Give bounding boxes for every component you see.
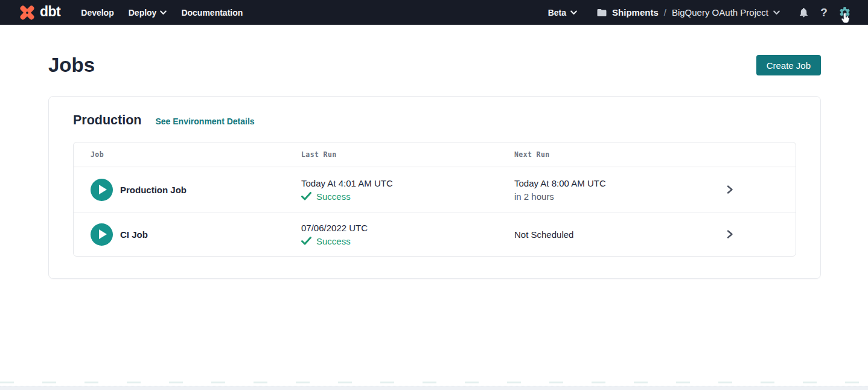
main-content: Jobs Create Job Production See Environme… (0, 54, 868, 279)
job-name: CI Job (120, 229, 148, 240)
page-title: Jobs (48, 54, 95, 76)
play-icon (99, 185, 107, 194)
job-name: Production Job (120, 185, 187, 195)
next-run-time: Today At 8:00 AM UTC (514, 177, 664, 189)
bottom-edge-bar (0, 386, 868, 390)
next-run-cell: Today At 8:00 AM UTC in 2 hours (514, 177, 664, 202)
nav-item-label: Deploy (129, 8, 157, 18)
chevron-right-icon[interactable] (726, 229, 734, 239)
settings-button[interactable] (837, 5, 852, 21)
column-header-next-run: Next Run (514, 150, 664, 159)
column-header-job: Job (74, 150, 301, 159)
nav-item-deploy[interactable]: Deploy (129, 8, 167, 18)
breadcrumb-project-label: BigQuery OAuth Project (672, 7, 768, 18)
status-text: Success (316, 235, 351, 247)
beta-dropdown[interactable]: Beta (548, 8, 577, 18)
check-icon (301, 237, 311, 245)
nav-item-develop[interactable]: Develop (81, 8, 113, 18)
status-text: Success (316, 191, 351, 202)
last-run-status: Success (301, 191, 514, 202)
run-job-button[interactable] (91, 179, 113, 201)
job-cell: Production Job (74, 179, 301, 201)
brand-text: dbt (40, 5, 60, 21)
create-job-button[interactable]: Create Job (756, 55, 821, 75)
breadcrumb-separator: / (664, 7, 666, 18)
top-navbar: dbt Develop Deploy Documentation Beta Sh… (0, 0, 868, 25)
chevron-right-icon[interactable] (726, 185, 734, 194)
last-run-time: 07/06/2022 UTC (301, 222, 514, 234)
breadcrumb-project-dropdown[interactable]: BigQuery OAuth Project (672, 7, 780, 18)
beta-label: Beta (548, 8, 566, 18)
last-run-cell: 07/06/2022 UTC Success (301, 222, 514, 247)
job-row-production-job[interactable]: Production Job Today At 4:01 AM UTC Succ… (74, 167, 796, 212)
notifications-button[interactable] (796, 5, 811, 21)
job-cell: CI Job (74, 223, 301, 246)
environment-header: Production See Environment Details (73, 113, 796, 128)
chevron-down-icon (773, 10, 780, 15)
nav-item-label: Develop (81, 8, 113, 18)
jobs-table: Job Last Run Next Run Production Job Tod… (73, 142, 796, 257)
jobs-table-header: Job Last Run Next Run (74, 142, 796, 167)
breadcrumb: Shipments / BigQuery OAuth Project (596, 7, 780, 18)
question-mark-icon: ? (820, 7, 828, 18)
bottom-dashed-divider (0, 382, 868, 383)
navbar-right: Beta Shipments / BigQuery OAuth Project (548, 5, 852, 21)
last-run-cell: Today At 4:01 AM UTC Success (301, 177, 514, 202)
environment-card: Production See Environment Details Job L… (48, 96, 821, 279)
last-run-time: Today At 4:01 AM UTC (301, 177, 514, 189)
nav-item-label: Documentation (181, 8, 243, 18)
breadcrumb-account[interactable]: Shipments (612, 7, 659, 18)
page-header: Jobs Create Job (0, 54, 868, 76)
check-icon (301, 192, 311, 200)
environment-name: Production (73, 113, 141, 128)
primary-nav: Develop Deploy Documentation (81, 8, 243, 18)
row-actions-cell (664, 229, 796, 239)
folder-icon (596, 7, 607, 18)
gear-icon (838, 6, 851, 19)
next-run-time: Not Scheduled (514, 229, 664, 240)
bell-icon (798, 7, 809, 18)
chevron-down-icon (160, 10, 167, 15)
dbt-logo-icon (18, 4, 36, 22)
help-button[interactable]: ? (816, 5, 832, 21)
column-header-last-run: Last Run (301, 150, 514, 159)
next-run-cell: Not Scheduled (514, 229, 664, 240)
run-job-button[interactable] (91, 223, 113, 246)
row-actions-cell (664, 185, 796, 194)
job-row-ci-job[interactable]: CI Job 07/06/2022 UTC Success Not Schedu… (74, 212, 796, 256)
nav-item-documentation[interactable]: Documentation (181, 8, 243, 18)
see-environment-details-link[interactable]: See Environment Details (155, 117, 254, 126)
last-run-status: Success (301, 235, 514, 247)
next-run-note: in 2 hours (514, 191, 664, 202)
chevron-down-icon (570, 10, 577, 15)
dbt-logo[interactable]: dbt (18, 4, 60, 22)
play-icon (99, 229, 107, 239)
